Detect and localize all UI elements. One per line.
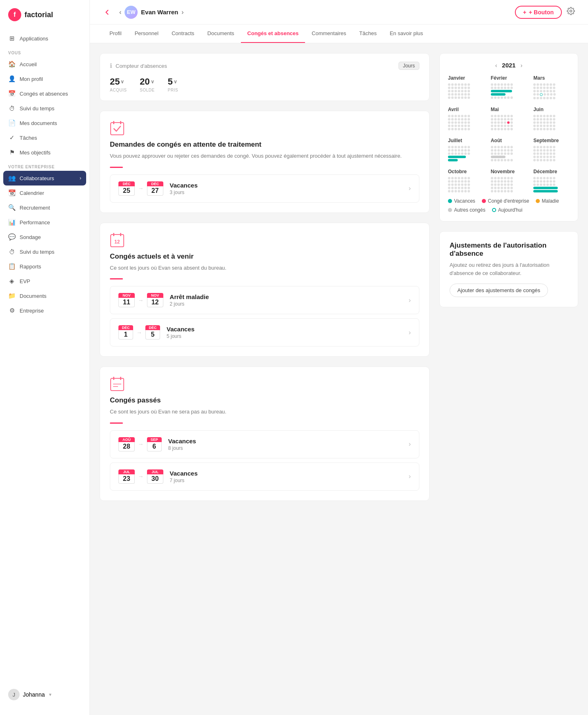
sidebar-item-recrutement[interactable]: 🔍 Recrutement [0, 200, 89, 215]
legend-today-label: Aujourd'hui [498, 207, 523, 213]
logo-text: factorial [24, 11, 53, 19]
tab-en-savoir-plus[interactable]: En savoir plus [383, 25, 430, 43]
tab-profil[interactable]: Profil [103, 25, 128, 43]
cal-dot-2-19 [550, 90, 552, 92]
cal-dot-8-21 [533, 156, 536, 158]
team-icon: 👥 [8, 174, 16, 182]
cal-dot-8-29 [537, 159, 539, 161]
cal-row-11-4 [533, 190, 570, 192]
next-user-button[interactable]: › [180, 7, 185, 18]
sidebar-item-evp[interactable]: ◈ EVP [0, 274, 89, 288]
cal-dot-10-30 [497, 190, 500, 192]
pending-leave-item-0[interactable]: DÉC 25 → DÉC 27 Vacances 3 jours › [110, 174, 419, 203]
settings-button[interactable] [567, 7, 575, 17]
sidebar-item-taches[interactable]: ✓ Tâches [0, 130, 89, 145]
sidebar-item-suivi-temps2[interactable]: ⏱ Suivi du temps [0, 244, 89, 259]
cal-dot-2-22 [537, 93, 539, 96]
pris-chevron-icon[interactable]: ∨ [174, 79, 177, 85]
sidebar-item-calendrier[interactable]: 📆 Calendrier [0, 185, 89, 200]
sidebar-item-accueil[interactable]: 🏠 Accueil [0, 57, 89, 72]
prev-user-button[interactable]: ‹ [118, 7, 123, 18]
counter-values: 25 ∨ ACQUIS 20 ∨ SOLDE 5 [110, 76, 419, 92]
tab-commentaires[interactable]: Commentaires [305, 25, 353, 43]
cal-dot-1-9 [497, 87, 500, 89]
cal-dot-1-2 [497, 83, 500, 86]
past-leave-item-0[interactable]: AOÛ 28 → SEP 6 Vacances 8 jours › [110, 430, 419, 458]
cal-dot-6-12 [464, 149, 467, 152]
cal-dot-3-24 [458, 125, 460, 127]
cal-dot-7-11 [504, 149, 506, 152]
sidebar-item-documents[interactable]: 📁 Documents [0, 288, 89, 303]
cal-dot-0-17 [458, 90, 460, 92]
cal-dot-9-1 [451, 177, 454, 179]
year-nav: ‹ 2021 › [448, 62, 570, 69]
cal-dot-0-8 [451, 87, 454, 89]
sidebar-item-performance[interactable]: 📊 Performance [0, 215, 89, 230]
current-leave-item-0[interactable]: NOV 11 → NOV 12 Arrêt maladie 2 jours › [110, 286, 419, 314]
user-profile[interactable]: J Johanna ▾ [0, 682, 89, 707]
cal-row-1-2 [491, 90, 527, 92]
sidebar-item-applications[interactable]: ⊞ Applications [0, 31, 89, 46]
cal-dot-8-26 [550, 156, 552, 158]
action-button[interactable]: + + Bouton [515, 6, 562, 19]
sidebar-item-suivi-temps[interactable]: ⏱ Suivi du temps [0, 101, 89, 116]
cal-dot-3-19 [464, 121, 467, 124]
other-dot [448, 208, 452, 212]
cal-row-7-4 [491, 159, 527, 161]
solde-chevron-icon[interactable]: ∨ [151, 79, 154, 85]
cal-row-0-2 [448, 90, 484, 92]
to-badge-0: NOV 12 [147, 293, 163, 307]
current-leave-item-1[interactable]: DÉC 1 → DÉC 5 Vacances 5 jours › [110, 318, 419, 346]
sidebar-item-mon-profil[interactable]: 👤 Mon profil [0, 72, 89, 86]
user-name-label: Evan Warren [141, 9, 178, 16]
prev-year-button[interactable]: ‹ [495, 62, 497, 69]
sidebar-item-conges[interactable]: 📅 Congés et absences [0, 86, 89, 101]
cal-dot-7-19 [507, 152, 510, 155]
cal-dot-10-34 [510, 190, 513, 192]
cal-month-name-9: Octobre [448, 169, 484, 174]
cal-dot-0-22 [451, 93, 454, 96]
cal-dot-3-29 [451, 128, 454, 130]
cal-dot-3-9 [454, 118, 457, 121]
sidebar-item-mes-documents[interactable]: 📄 Mes documents [0, 116, 89, 130]
tab-contracts[interactable]: Contracts [165, 25, 201, 43]
cal-dot-6-13 [468, 149, 470, 152]
cal-dot-5-31 [543, 128, 546, 130]
tab-taches[interactable]: Tâches [353, 25, 383, 43]
main-content: ‹ EW Evan Warren › + + Bouton Profil Per… [90, 0, 588, 715]
cal-dot-2-17 [543, 90, 546, 92]
cal-dot-10-9 [497, 180, 500, 183]
vacation-bar-jul-4 [448, 159, 458, 161]
sidebar-item-collaborateurs[interactable]: 👥 Collaborateurs › [3, 171, 86, 185]
past-leave-item-1[interactable]: JUL 23 → JUL 30 Vacances 7 jours › [110, 463, 419, 491]
back-button[interactable] [103, 8, 111, 16]
sidebar-item-objectifs[interactable]: ⚑ Mes objectifs [0, 145, 89, 160]
user-chevron-icon: ▾ [49, 692, 51, 697]
next-year-button[interactable]: › [521, 62, 523, 69]
cal-dot-7-28 [491, 159, 493, 161]
jours-badge[interactable]: Jours [399, 62, 419, 70]
cal-dot-grid-0 [448, 83, 484, 99]
sidebar-item-sondage[interactable]: 💬 Sondage [0, 230, 89, 244]
cal-month-juillet: Juillet [448, 138, 484, 162]
tab-personnel[interactable]: Personnel [128, 25, 165, 43]
cal-dot-0-10 [458, 87, 460, 89]
cal-month-novembre: Novembre [491, 169, 527, 193]
tab-conges[interactable]: Congés et absences [241, 25, 305, 43]
sidebar-item-rapports[interactable]: 📋 Rapports [0, 259, 89, 274]
acquis-chevron-icon[interactable]: ∨ [120, 79, 124, 85]
cal-dot-9-33 [464, 190, 467, 192]
cal-dot-5-2 [540, 115, 542, 117]
cal-dot-5-19 [550, 121, 552, 124]
sidebar-item-entreprise[interactable]: ⚙ Entreprise [0, 303, 89, 318]
cal-dot-2-20 [553, 90, 555, 92]
cal-dot-3-15 [451, 121, 454, 124]
cal-dot-4-11 [504, 118, 506, 121]
cal-dot-0-12 [464, 87, 467, 89]
legend-vacances: Vacances [448, 198, 475, 204]
leave-dates: DÉC 25 → DÉC 27 [118, 181, 163, 196]
cal-row-0-3 [448, 93, 484, 96]
add-adjustment-button[interactable]: Ajouter des ajustements de congés [450, 284, 548, 297]
cal-dot-0-21 [448, 93, 450, 96]
tab-documents[interactable]: Documents [201, 25, 241, 43]
